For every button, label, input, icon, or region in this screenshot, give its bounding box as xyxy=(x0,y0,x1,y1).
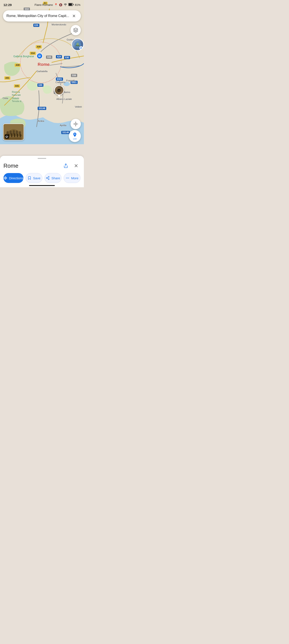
home-indicator xyxy=(29,185,55,186)
location-text: Fiano Romano xyxy=(35,3,53,6)
panel-handle xyxy=(38,158,46,159)
svg-point-27 xyxy=(46,178,47,179)
battery-icon xyxy=(68,3,73,7)
search-close-button[interactable] xyxy=(70,12,77,19)
share-button[interactable]: Share xyxy=(44,173,61,183)
location-button[interactable] xyxy=(70,119,81,129)
location-icon: 📍 xyxy=(54,3,58,6)
layers-button[interactable] xyxy=(70,25,81,35)
svg-rect-6 xyxy=(73,4,73,5)
save-button[interactable]: Save xyxy=(25,173,42,183)
svg-point-3 xyxy=(63,82,70,86)
bottom-panel: Rome Directions Save Share More xyxy=(0,156,84,187)
svg-point-33 xyxy=(68,178,69,178)
battery-text: 81% xyxy=(75,3,80,6)
svg-rect-24 xyxy=(19,134,21,137)
svg-line-29 xyxy=(47,178,48,179)
svg-rect-22 xyxy=(14,134,15,137)
status-time: 12:29 xyxy=(3,3,11,7)
colosseum-marker: 🏟 xyxy=(54,85,64,97)
live-location-button[interactable]: Live xyxy=(69,130,81,142)
svg-point-26 xyxy=(48,176,49,178)
status-icons: Fiano Romano 📍 🔇 81% xyxy=(35,3,80,7)
svg-point-12 xyxy=(75,123,76,125)
panel-close-button[interactable] xyxy=(72,162,80,170)
live-label: Live xyxy=(73,138,77,140)
svg-rect-21 xyxy=(11,134,13,137)
wifi-icon xyxy=(64,3,67,7)
panel-share-button[interactable] xyxy=(61,162,70,170)
svg-rect-9 xyxy=(76,43,79,46)
street-view-thumbnail-left[interactable]: 360 xyxy=(3,124,24,140)
svg-point-28 xyxy=(48,179,49,180)
street-view-thumbnail-right[interactable] xyxy=(71,38,84,51)
panel-header-icons xyxy=(61,162,80,170)
svg-line-30 xyxy=(47,177,48,178)
svg-rect-23 xyxy=(16,134,18,137)
status-bar: 12:29 Fiano Romano 📍 🔇 81% xyxy=(0,0,84,10)
search-bar[interactable]: Rome, Metropolitan City of Rome Capit... xyxy=(3,10,81,22)
svg-point-32 xyxy=(67,178,68,178)
svg-point-11 xyxy=(81,48,81,48)
directions-label: Directions xyxy=(9,176,23,180)
panel-header: Rome xyxy=(3,162,80,170)
more-label: More xyxy=(71,176,78,180)
directions-button[interactable]: Directions xyxy=(3,173,23,183)
mute-icon: 🔇 xyxy=(59,3,62,6)
save-label: Save xyxy=(33,176,40,180)
more-button[interactable]: More xyxy=(64,173,80,183)
share-label: Share xyxy=(51,176,60,180)
action-buttons: Directions Save Share More xyxy=(3,173,80,183)
gallery-marker: 🏛 xyxy=(36,53,42,59)
search-text: Rome, Metropolitan City of Rome Capit... xyxy=(6,14,70,18)
panel-title: Rome xyxy=(3,162,18,169)
svg-point-31 xyxy=(66,178,67,178)
svg-rect-7 xyxy=(69,4,72,6)
